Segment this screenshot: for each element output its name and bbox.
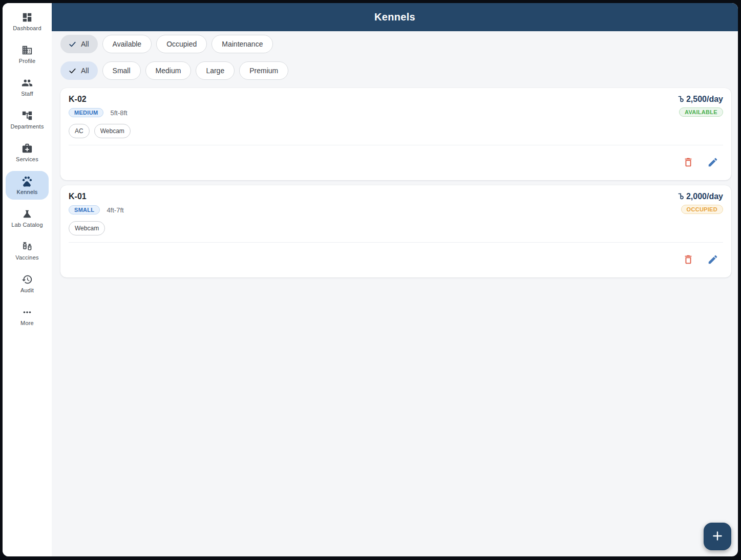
org-tree-icon	[22, 110, 33, 121]
sidebar-item-label: Audit	[20, 287, 34, 293]
sidebar-item-lab-catalog[interactable]: Lab Catalog	[6, 204, 49, 232]
app-window: Dashboard Profile Staff Departments Serv	[3, 3, 738, 556]
kennel-rate: 2,500/day	[686, 94, 723, 104]
delete-kennel-button[interactable]	[678, 153, 698, 173]
chip-label: Maintenance	[222, 40, 263, 48]
sidebar: Dashboard Profile Staff Departments Serv	[3, 3, 52, 556]
sidebar-item-label: Profile	[19, 58, 36, 64]
people-icon	[22, 77, 33, 89]
sidebar-item-label: Vaccines	[15, 254, 38, 261]
status-filter-occupied[interactable]: Occupied	[156, 35, 207, 53]
size-filter-row: All Small Medium Large Premium	[60, 61, 731, 80]
app-bar: Kennels	[52, 3, 738, 31]
kennel-code: K-01	[69, 191, 124, 201]
chip-label: All	[81, 67, 89, 75]
check-icon	[68, 40, 77, 49]
kennel-dimensions: 5ft-8ft	[110, 109, 127, 117]
sidebar-item-audit[interactable]: Audit	[6, 269, 49, 298]
plus-icon	[711, 529, 724, 544]
status-filter-maintenance[interactable]: Maintenance	[211, 35, 273, 53]
status-filter-available[interactable]: Available	[102, 35, 152, 53]
status-filter-all[interactable]: All	[60, 35, 98, 53]
sidebar-item-services[interactable]: Services	[6, 138, 49, 167]
size-filter-premium[interactable]: Premium	[239, 61, 288, 80]
chip-label: Large	[206, 67, 224, 75]
edit-kennel-button[interactable]	[703, 153, 723, 173]
delete-kennel-button[interactable]	[678, 250, 698, 270]
syringe-vial-icon	[22, 241, 33, 252]
paw-icon	[22, 176, 33, 187]
check-icon	[68, 67, 77, 75]
sidebar-item-more[interactable]: More	[6, 302, 49, 331]
feature-chips: AC Webcam	[69, 124, 723, 138]
status-filter-row: All Available Occupied Maintenance	[60, 35, 731, 53]
kennel-price: 2,000/day	[678, 191, 723, 201]
add-kennel-fab[interactable]	[704, 523, 731, 550]
kennel-rate: 2,000/day	[686, 191, 723, 201]
trash-icon	[683, 254, 694, 267]
taka-currency-icon	[678, 192, 684, 201]
sidebar-item-departments[interactable]: Departments	[6, 105, 49, 134]
status-badge: AVAILABLE	[679, 107, 723, 117]
sidebar-item-dashboard[interactable]: Dashboard	[6, 7, 49, 36]
history-icon	[22, 274, 33, 285]
sidebar-item-staff[interactable]: Staff	[6, 73, 49, 101]
taka-currency-icon	[678, 95, 684, 103]
feature-chips: Webcam	[69, 221, 723, 235]
sidebar-item-label: Kennels	[16, 189, 37, 195]
kennel-price: 2,500/day	[678, 94, 723, 104]
chip-label: Premium	[249, 67, 278, 75]
kennel-card: K-01 SMALL 4ft-7ft 2,000/day OCCUPI	[60, 185, 731, 277]
sidebar-item-vaccines[interactable]: Vaccines	[6, 236, 49, 265]
size-filter-all[interactable]: All	[60, 61, 98, 80]
sidebar-item-label: Departments	[10, 123, 44, 130]
edit-kennel-button[interactable]	[703, 250, 723, 270]
sidebar-item-profile[interactable]: Profile	[6, 40, 49, 69]
feature-chip: Webcam	[69, 221, 105, 235]
sidebar-item-label: Staff	[21, 91, 33, 97]
flask-icon	[22, 208, 33, 220]
medical-briefcase-icon	[22, 143, 33, 154]
more-dots-icon	[22, 307, 33, 318]
kennel-card: K-02 MEDIUM 5ft-8ft 2,500/day AVAIL	[60, 88, 731, 180]
feature-chip: AC	[69, 124, 90, 138]
chip-label: Medium	[156, 67, 181, 75]
sidebar-item-label: Lab Catalog	[11, 222, 43, 228]
size-badge: SMALL	[69, 205, 100, 214]
chip-label: Small	[113, 67, 131, 75]
size-filter-small[interactable]: Small	[102, 61, 141, 80]
chip-label: Occupied	[166, 40, 197, 48]
main-area: Kennels All Available Occupied Maint	[52, 3, 738, 556]
sidebar-item-label: Services	[16, 156, 38, 162]
pencil-icon	[707, 254, 718, 267]
kennel-code: K-02	[69, 94, 128, 104]
chip-label: Available	[113, 40, 142, 48]
status-badge: OCCUPIED	[681, 205, 723, 214]
dashboard-icon	[22, 12, 33, 23]
content-area: All Available Occupied Maintenance	[52, 31, 738, 556]
pencil-icon	[707, 157, 718, 169]
sidebar-item-kennels[interactable]: Kennels	[6, 171, 49, 200]
page-title: Kennels	[374, 11, 415, 23]
size-badge: MEDIUM	[69, 108, 103, 117]
trash-icon	[683, 157, 694, 169]
building-icon	[22, 45, 33, 56]
kennel-dimensions: 4ft-7ft	[107, 206, 123, 214]
chip-label: All	[81, 40, 89, 48]
kennel-list: K-02 MEDIUM 5ft-8ft 2,500/day AVAIL	[60, 88, 731, 277]
size-filter-large[interactable]: Large	[196, 61, 235, 80]
sidebar-item-label: Dashboard	[13, 25, 41, 31]
sidebar-item-label: More	[20, 320, 34, 326]
feature-chip: Webcam	[94, 124, 131, 138]
size-filter-medium[interactable]: Medium	[145, 61, 192, 80]
